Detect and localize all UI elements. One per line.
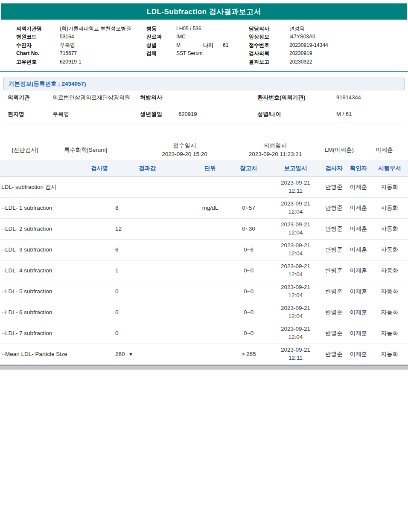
field-value: 변성욱: [289, 25, 305, 32]
report-time: 12:04: [269, 312, 322, 321]
request-time: 2023-09-20 11:23:21: [233, 150, 318, 159]
field-value: 20230922: [289, 58, 312, 66]
tester: 반병준: [322, 344, 346, 364]
tester: 반병준: [322, 323, 346, 344]
field-value: 53164: [60, 33, 74, 40]
result-row[interactable]: LDL- subfraction 검사 2023-09-2112:11 반병준 …: [0, 176, 408, 197]
field-label: 수진자: [16, 42, 60, 49]
confirmer: 이제훈: [346, 344, 371, 364]
field-unique-no: 고유번호 620919-1: [16, 58, 146, 66]
field-label: 결과보고: [249, 58, 289, 66]
test-name: ··LDL- 4 subfraction: [0, 260, 102, 281]
receipt-datetime: 접수일시 2023-09-20 15:20: [137, 142, 233, 158]
reference-range: > 265: [228, 344, 269, 364]
tester: 반병준: [322, 302, 346, 323]
confirmer: 이제훈: [346, 176, 371, 197]
patient-header: 의뢰기관명 (학)가톨릭대학교 부천성모병원 병원코드 53164 수진자 우복…: [0, 20, 408, 68]
result-value: 260▼: [102, 344, 192, 364]
results-table: 검사명 결과값 단위 참고치 보고일시 검사자 확인자 시행부서 LDL- su…: [0, 160, 408, 365]
field-label: 병원코드: [16, 33, 60, 40]
result-value: 6: [102, 239, 192, 260]
result-row[interactable]: ··Mean LDL- Particle Size 260▼ > 265 202…: [0, 344, 408, 364]
patient-header-left-column: 의뢰기관명 (학)가톨릭대학교 부천성모병원 병원코드 53164 수진자 우복…: [16, 24, 146, 66]
test-name: LDL- subfraction 검사: [0, 176, 102, 197]
confirmer: 이제훈: [346, 260, 371, 281]
result-row[interactable]: ··LDL- 4 subfraction 1 0~0 2023-09-2112:…: [0, 260, 408, 281]
result-number: 6: [115, 246, 119, 253]
test-name: ··Mean LDL- Particle Size: [0, 344, 102, 364]
request-label: 의뢰일시: [233, 142, 318, 150]
report-datetime: 2023-09-2112:04: [269, 281, 322, 302]
patient-header-middle-column: 병동 LH05 / 536 진료과 IMC 성별 M 나이 61 검체 SST …: [146, 24, 249, 66]
result-value: 0: [102, 302, 192, 323]
department: 자동화: [371, 323, 408, 344]
report-date: 2023-09-21: [269, 283, 322, 292]
report-date: 2023-09-21: [269, 304, 322, 312]
field-doctor: 담당의사 변성욱: [249, 25, 394, 32]
unit: [192, 344, 228, 364]
report-date: 2023-09-21: [269, 242, 322, 250]
report-time: 12:11: [269, 354, 322, 362]
unit: [192, 218, 228, 239]
result-value: 8: [102, 197, 192, 218]
field-value: I47YS03A0: [289, 33, 315, 40]
unit: [192, 323, 228, 344]
column-header-test-name: 검사명: [0, 160, 102, 177]
field-clinical-info: 임상정보 I47YS03A0: [249, 33, 394, 40]
field-value: M / 61: [332, 105, 405, 124]
reference-range: 0~0: [228, 281, 269, 302]
field-result-report-date: 결과보고 20230922: [249, 58, 394, 66]
field-value: 우복영: [60, 42, 75, 49]
tester: 반병준: [322, 176, 346, 197]
field-value: 우복영: [48, 105, 136, 124]
result-number: 0: [115, 330, 119, 336]
field-patient-name: 수진자 우복영: [16, 42, 146, 49]
field-value: [174, 90, 253, 105]
field-label: 병동: [146, 25, 176, 32]
report-date: 2023-09-21: [269, 221, 322, 229]
department: 자동화: [371, 281, 408, 302]
field-label: 의뢰기관명: [16, 25, 60, 32]
report-date: 2023-09-21: [269, 263, 322, 271]
report-time: 12:04: [269, 208, 322, 216]
result-row[interactable]: ··LDL- 2 subfraction 12 0~30 2023-09-211…: [0, 218, 408, 239]
field-label: Chart No.: [16, 50, 60, 57]
basic-info-row: 환자명 우복영 생년월일 620919 성별/나이 M / 61: [3, 105, 405, 124]
report-title: LDL-Subfraction 검사결과보고서: [147, 7, 261, 17]
confirmer: 이제훈: [346, 281, 371, 302]
field-label: 성별/나이: [253, 105, 332, 124]
request-datetime: 의뢰일시 2023-09-20 11:23:21: [233, 142, 318, 158]
department: 자동화: [371, 197, 408, 218]
department: 자동화: [371, 260, 408, 281]
report-time: 12:04: [269, 271, 322, 279]
field-value: 20230919-14344: [289, 42, 328, 49]
order-category: 특수화학[Serum]: [64, 146, 137, 154]
lab-report-window: LDL-Subfraction 검사결과보고서 의뢰기관명 (학)가톨릭대학교 …: [0, 0, 408, 532]
result-row[interactable]: ··LDL- 5 subfraction 0 0~0 2023-09-2112:…: [0, 281, 408, 302]
reference-range: [228, 176, 269, 197]
result-row[interactable]: ··LDL- 7 subfraction 0 0~0 2023-09-2112:…: [0, 323, 408, 344]
report-datetime: 2023-09-2112:04: [269, 218, 322, 239]
field-label: 임상정보: [249, 33, 289, 40]
order-summary-row[interactable]: [진단검사] 특수화학[Serum] 접수일시 2023-09-20 15:20…: [0, 140, 408, 160]
result-row[interactable]: ··LDL- 3 subfraction 6 0~6 2023-09-2112:…: [0, 239, 408, 260]
result-row[interactable]: ··LDL- 1 subfraction 8 mg/dL 0~57 2023-0…: [0, 197, 408, 218]
report-datetime: 2023-09-2112:04: [269, 260, 322, 281]
field-label: 담당의사: [249, 25, 289, 32]
horizontal-scrollbar[interactable]: [0, 365, 408, 370]
field-sex-age: 성별 M 나이 61: [146, 42, 249, 49]
header-divider: [0, 71, 408, 72]
tester: 반병준: [322, 281, 346, 302]
report-date: 2023-09-21: [269, 200, 322, 208]
department: 자동화: [371, 302, 408, 323]
field-label: 성별: [146, 42, 176, 49]
low-flag-icon: ▼: [128, 351, 134, 357]
field-value: 의료법인삼광의료재단삼광의원: [48, 90, 136, 105]
result-row[interactable]: ··LDL- 6 subfraction 0 0~0 2023-09-2112:…: [0, 302, 408, 323]
field-requesting-org: 의뢰기관명 (학)가톨릭대학교 부천성모병원: [16, 25, 146, 32]
field-value: 61: [223, 42, 228, 49]
report-date: 2023-09-21: [269, 179, 322, 187]
report-datetime: 2023-09-2112:11: [269, 344, 322, 364]
report-datetime: 2023-09-2112:04: [269, 197, 322, 218]
basic-info-title: 기본정보(등록번호 : 2434057): [3, 78, 405, 90]
